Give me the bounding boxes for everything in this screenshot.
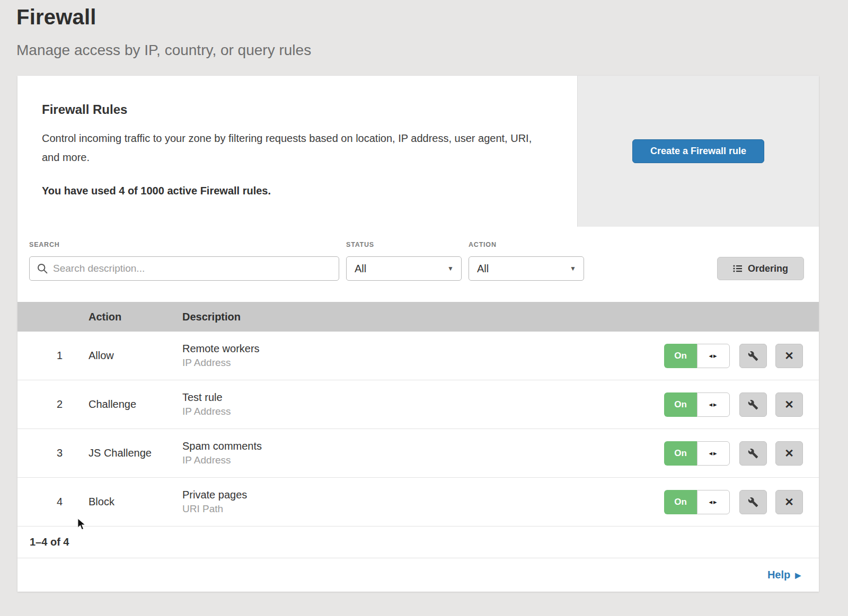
row-number: 3	[17, 447, 63, 459]
close-icon: ✕	[784, 447, 794, 460]
enable-toggle[interactable]: On ◂▸	[664, 490, 730, 514]
row-action: Challenge	[63, 398, 156, 410]
toggle-on-label: On	[664, 490, 697, 514]
toggle-on-label: On	[664, 392, 697, 417]
column-header-action: Action	[63, 311, 156, 323]
wrench-icon	[748, 448, 758, 459]
card-heading: Firewall Rules	[42, 102, 545, 117]
row-description-cell: Test rule IP Address	[156, 391, 664, 417]
ordering-button[interactable]: Ordering	[717, 257, 804, 280]
status-filter: STATUS All ▼	[346, 242, 462, 281]
row-number: 1	[17, 350, 63, 362]
pagination-row: 1–4 of 4	[17, 526, 819, 558]
chevron-down-icon: ▼	[570, 265, 576, 272]
filter-bar: SEARCH STATUS All ▼ ACTION	[17, 227, 819, 302]
page-subtitle: Manage access by IP, country, or query r…	[16, 42, 848, 59]
toggle-handle-icon: ◂▸	[697, 344, 730, 368]
toggle-handle-icon: ◂▸	[697, 441, 730, 466]
close-icon: ✕	[784, 398, 794, 411]
row-controls: On ◂▸ ✕	[664, 490, 819, 514]
page-header: Firewall Manage access by IP, country, o…	[0, 0, 848, 59]
search-filter: SEARCH	[29, 242, 339, 281]
action-label: ACTION	[469, 242, 584, 248]
enable-toggle[interactable]: On ◂▸	[664, 441, 730, 466]
delete-rule-button[interactable]: ✕	[775, 441, 803, 466]
wrench-icon	[748, 351, 758, 361]
row-description: Spam comments	[182, 440, 664, 452]
delete-rule-button[interactable]: ✕	[775, 392, 803, 417]
toggle-on-label: On	[664, 441, 697, 466]
pagination-text: 1–4 of 4	[30, 536, 69, 548]
search-icon	[37, 263, 48, 274]
row-controls: On ◂▸ ✕	[664, 344, 819, 368]
row-match-type: IP Address	[182, 406, 664, 417]
toggle-handle-icon: ◂▸	[697, 392, 730, 417]
row-controls: On ◂▸ ✕	[664, 441, 819, 466]
row-description: Private pages	[182, 489, 664, 501]
table-row: 4 Block Private pages URI Path On ◂▸ ✕	[17, 478, 819, 526]
row-match-type: URI Path	[182, 503, 664, 515]
status-label: STATUS	[346, 242, 462, 248]
status-selected-value: All	[355, 263, 366, 275]
help-link[interactable]: Help ▶	[767, 569, 801, 581]
table-row: 1 Allow Remote workers IP Address On ◂▸ …	[17, 332, 819, 380]
card-description: Control incoming traffic to your zone by…	[42, 129, 545, 167]
wrench-icon	[748, 399, 758, 410]
row-description-cell: Spam comments IP Address	[156, 440, 664, 466]
wrench-icon	[748, 497, 758, 507]
row-controls: On ◂▸ ✕	[664, 392, 819, 417]
row-match-type: IP Address	[182, 357, 664, 369]
ordering-button-label: Ordering	[748, 263, 788, 274]
status-select[interactable]: All ▼	[346, 256, 462, 281]
search-label: SEARCH	[29, 242, 339, 248]
row-description: Test rule	[182, 391, 664, 404]
edit-rule-button[interactable]	[739, 490, 767, 514]
search-box	[29, 256, 339, 281]
row-action: JS Challenge	[63, 447, 156, 459]
help-arrow-icon: ▶	[795, 571, 801, 579]
close-icon: ✕	[784, 496, 794, 508]
close-icon: ✕	[784, 350, 794, 362]
row-match-type: IP Address	[182, 454, 664, 466]
firewall-rules-card: Firewall Rules Control incoming traffic …	[17, 76, 819, 592]
edit-rule-button[interactable]	[739, 441, 767, 466]
row-description-cell: Remote workers IP Address	[156, 343, 664, 369]
ordered-list-icon	[733, 264, 743, 273]
table-row: 2 Challenge Test rule IP Address On ◂▸ ✕	[17, 380, 819, 429]
action-select[interactable]: All ▼	[469, 256, 584, 281]
table-header: Action Description	[17, 302, 819, 332]
card-intro: Firewall Rules Control incoming traffic …	[17, 76, 577, 227]
row-action: Allow	[63, 350, 156, 362]
edit-rule-button[interactable]	[739, 392, 767, 417]
action-selected-value: All	[477, 263, 489, 275]
create-firewall-rule-button[interactable]: Create a Firewall rule	[632, 139, 764, 163]
row-number: 4	[17, 496, 63, 508]
row-number: 2	[17, 398, 63, 410]
row-description-cell: Private pages URI Path	[156, 489, 664, 515]
firewall-page: Firewall Manage access by IP, country, o…	[0, 0, 848, 616]
edit-rule-button[interactable]	[739, 344, 767, 368]
delete-rule-button[interactable]: ✕	[775, 490, 803, 514]
card-top-section: Firewall Rules Control incoming traffic …	[17, 76, 819, 227]
enable-toggle[interactable]: On ◂▸	[664, 344, 730, 368]
help-link-label: Help	[767, 569, 790, 581]
help-row: Help ▶	[17, 558, 819, 592]
chevron-down-icon: ▼	[447, 265, 454, 272]
enable-toggle[interactable]: On ◂▸	[664, 392, 730, 417]
delete-rule-button[interactable]: ✕	[775, 344, 803, 368]
row-description: Remote workers	[182, 343, 664, 355]
row-action: Block	[63, 496, 156, 508]
usage-text: You have used 4 of 1000 active Firewall …	[42, 185, 545, 197]
column-header-description: Description	[156, 311, 819, 323]
table-row: 3 JS Challenge Spam comments IP Address …	[17, 429, 819, 478]
page-title: Firewall	[16, 5, 848, 29]
card-action-panel: Create a Firewall rule	[577, 76, 819, 227]
toggle-on-label: On	[664, 344, 697, 368]
search-input[interactable]	[29, 256, 339, 281]
toggle-handle-icon: ◂▸	[697, 490, 730, 514]
action-filter: ACTION All ▼	[469, 242, 584, 281]
